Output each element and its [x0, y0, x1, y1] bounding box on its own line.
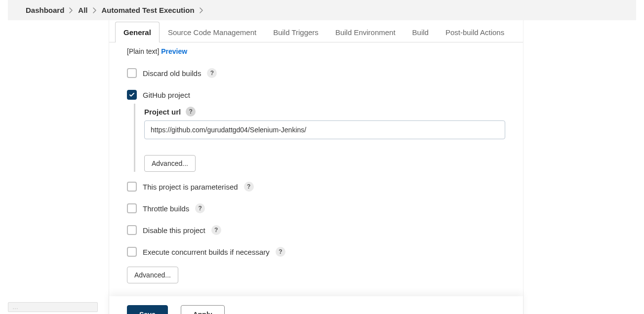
label-concurrent-builds: Execute concurrent builds if necessary — [143, 248, 270, 256]
tab-general[interactable]: General — [115, 22, 160, 42]
tab-scm[interactable]: Source Code Management — [160, 22, 265, 42]
label-project-url: Project url — [144, 108, 181, 116]
breadcrumb: Dashboard All Automated Test Execution — [8, 0, 636, 20]
label-disable-project: Disable this project — [143, 226, 205, 235]
help-icon[interactable]: ? — [211, 225, 221, 235]
checkbox-github-project[interactable] — [127, 90, 137, 100]
option-throttle-builds: Throttle builds ? — [127, 197, 505, 219]
footer-actions: Save Apply — [109, 296, 523, 314]
checkbox-concurrent-builds[interactable] — [127, 247, 137, 257]
label-parameterised: This project is parameterised — [143, 183, 238, 191]
github-advanced-button[interactable]: Advanced... — [144, 155, 196, 172]
option-parameterised: This project is parameterised ? — [127, 176, 505, 197]
option-concurrent-builds: Execute concurrent builds if necessary ? — [127, 241, 505, 263]
save-button[interactable]: Save — [127, 305, 168, 314]
help-icon[interactable]: ? — [207, 68, 217, 78]
config-tabs: General Source Code Management Build Tri… — [109, 21, 523, 42]
breadcrumb-item-all[interactable]: All — [78, 6, 87, 14]
breadcrumb-item-dashboard[interactable]: Dashboard — [26, 6, 64, 14]
checkbox-disable-project[interactable] — [127, 225, 137, 235]
option-github-project: GitHub project — [127, 84, 505, 106]
github-project-details: Project url ? Advanced... — [134, 104, 505, 172]
label-discard-old-builds: Discard old builds — [143, 69, 201, 78]
plain-text-label: [Plain text] — [127, 47, 159, 55]
tab-build-environment[interactable]: Build Environment — [327, 22, 404, 42]
help-icon[interactable]: ? — [244, 182, 254, 192]
chevron-right-icon — [200, 7, 203, 13]
apply-button[interactable]: Apply — [181, 305, 225, 314]
checkbox-throttle-builds[interactable] — [127, 203, 137, 213]
general-advanced-button[interactable]: Advanced... — [127, 267, 178, 283]
tab-build-triggers[interactable]: Build Triggers — [265, 22, 327, 42]
help-icon[interactable]: ? — [186, 107, 196, 117]
checkbox-discard-old-builds[interactable] — [127, 68, 137, 78]
checkbox-parameterised[interactable] — [127, 182, 137, 192]
label-throttle-builds: Throttle builds — [143, 204, 189, 213]
chevron-right-icon — [69, 7, 73, 13]
config-panel: General Source Code Management Build Tri… — [109, 20, 523, 314]
breadcrumb-item-job[interactable]: Automated Test Execution — [102, 6, 195, 14]
tab-post-build-actions[interactable]: Post-build Actions — [437, 22, 513, 42]
tab-build[interactable]: Build — [404, 22, 437, 42]
project-url-input[interactable] — [144, 120, 505, 139]
chevron-right-icon — [93, 7, 97, 13]
browser-statusbar: … — [8, 302, 98, 312]
label-github-project: GitHub project — [143, 91, 190, 99]
help-icon[interactable]: ? — [276, 247, 285, 257]
option-discard-old-builds: Discard old builds ? — [127, 62, 505, 84]
option-disable-project: Disable this project ? — [127, 219, 505, 241]
description-format-row: [Plain text] Preview — [109, 42, 523, 59]
help-icon[interactable]: ? — [195, 203, 205, 213]
preview-link[interactable]: Preview — [161, 47, 187, 55]
